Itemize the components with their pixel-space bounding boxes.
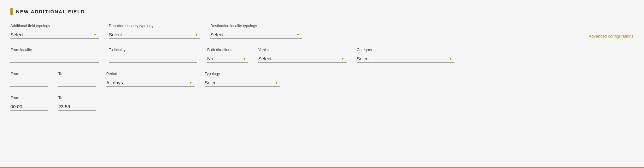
additional-field-typology-group: Additional field typology Select ▼	[10, 24, 99, 39]
new-additional-field-card: NEW ADDITIONAL FIELD Additional field ty…	[0, 0, 644, 168]
to-date-input[interactable]	[58, 79, 96, 87]
to-locality-label: To locality	[109, 48, 197, 52]
vehicle-wrapper: Select ▼	[258, 55, 347, 63]
both-directions-label: Both directions	[207, 48, 248, 52]
both-directions-group: Both directions No Yes ▼	[207, 48, 248, 63]
period-wrapper: All days Weekdays Weekends ▼	[106, 79, 195, 87]
card-header: NEW ADDITIONAL FIELD	[10, 8, 634, 15]
both-directions-wrapper: No Yes ▼	[207, 55, 248, 63]
period-label: Period	[106, 72, 195, 76]
destination-locality-typology-wrapper: Select ▼	[210, 31, 302, 39]
from-time-label: From	[10, 96, 48, 100]
typology-label: Typology	[205, 72, 280, 76]
header-accent-bar	[10, 8, 13, 15]
additional-field-typology-select[interactable]: Select	[10, 31, 99, 39]
from-time-input-wrapper	[10, 103, 48, 111]
from-locality-input-wrapper	[10, 55, 99, 63]
row-time: From To	[10, 96, 634, 111]
from-date-label: From	[10, 72, 48, 76]
vehicle-label: Vehicle	[258, 48, 347, 52]
to-time-input[interactable]	[58, 103, 96, 111]
page-title: NEW ADDITIONAL FIELD	[16, 9, 85, 14]
to-locality-input[interactable]	[109, 55, 197, 63]
additional-field-typology-label: Additional field typology	[10, 24, 99, 28]
both-directions-select[interactable]: No Yes	[207, 55, 248, 63]
form-section: Additional field typology Select ▼ Depar…	[10, 24, 634, 111]
period-group: Period All days Weekdays Weekends ▼	[106, 72, 195, 87]
destination-locality-typology-select[interactable]: Select	[210, 31, 302, 39]
row-typologies: Additional field typology Select ▼ Depar…	[10, 24, 634, 39]
row-period: From To Period All days Weekdays	[10, 72, 634, 87]
category-label: Category	[357, 48, 454, 52]
typology-group: Typology Select ▼	[205, 72, 280, 87]
from-locality-label: From locality	[10, 48, 99, 52]
from-date-input[interactable]	[10, 79, 48, 87]
departure-locality-typology-label: Departure locality typology	[109, 24, 200, 28]
from-locality-input[interactable]	[10, 55, 99, 63]
to-time-group: To	[58, 96, 96, 111]
departure-locality-typology-wrapper: Select ▼	[109, 31, 200, 39]
departure-locality-typology-select[interactable]: Select	[109, 31, 200, 39]
typology-select[interactable]: Select	[205, 79, 280, 87]
additional-field-typology-wrapper: Select ▼	[10, 31, 99, 39]
to-date-group: To	[58, 72, 96, 87]
departure-locality-typology-group: Departure locality typology Select ▼	[109, 24, 200, 39]
to-time-input-wrapper	[58, 103, 96, 111]
to-locality-group: To locality	[109, 48, 197, 63]
typology-wrapper: Select ▼	[205, 79, 280, 87]
to-locality-input-wrapper	[109, 55, 197, 63]
from-date-group: From	[10, 72, 48, 87]
to-time-label: To	[58, 96, 96, 100]
from-time-group: From	[10, 96, 48, 111]
vehicle-group: Vehicle Select ▼	[258, 48, 347, 63]
category-wrapper: Select ▼	[357, 55, 454, 63]
from-time-input[interactable]	[10, 103, 48, 111]
category-select[interactable]: Select	[357, 55, 454, 63]
to-date-label: To	[58, 72, 96, 76]
vehicle-select[interactable]: Select	[258, 55, 347, 63]
to-date-input-wrapper	[58, 79, 96, 87]
advanced-config-container: Advanced configurations	[312, 33, 634, 39]
row-locality: From locality To locality Both direction…	[10, 48, 634, 63]
advanced-configurations-link[interactable]: Advanced configurations	[589, 34, 634, 39]
from-date-input-wrapper	[10, 79, 48, 87]
period-select[interactable]: All days Weekdays Weekends	[106, 79, 195, 87]
destination-locality-typology-label: Destination locality typology	[210, 24, 302, 28]
destination-locality-typology-group: Destination locality typology Select ▼	[210, 24, 302, 39]
category-group: Category Select ▼	[357, 48, 454, 63]
from-locality-group: From locality	[10, 48, 99, 63]
